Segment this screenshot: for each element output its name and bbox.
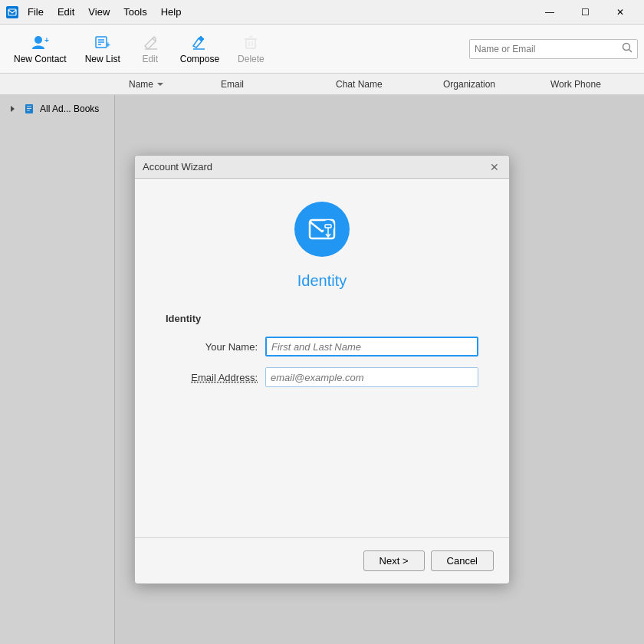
your-name-row: Your Name: (166, 337, 478, 356)
svg-rect-0 (8, 9, 16, 15)
col-header-organization[interactable]: Organization (437, 79, 544, 90)
delete-button[interactable]: Delete (230, 30, 272, 67)
col-header-email[interactable]: Email (215, 79, 330, 90)
email-address-label: Email Address: (166, 372, 258, 383)
compose-button[interactable]: Compose (172, 30, 227, 67)
svg-text:+: + (106, 41, 110, 49)
toolbar-left: + New Contact + New List (6, 30, 272, 67)
delete-icon (242, 33, 260, 51)
search-box[interactable] (469, 39, 638, 59)
modal-overlay: Account Wizard ✕ Identity (0, 95, 644, 644)
svg-marker-17 (157, 83, 163, 86)
column-headers: Name Email Chat Name Organization Work P… (0, 74, 644, 95)
svg-text:+: + (44, 36, 49, 44)
menu-edit[interactable]: Edit (51, 3, 80, 21)
modal-footer: Next > Cancel (135, 537, 509, 583)
minimize-button[interactable]: — (532, 0, 567, 25)
close-window-button[interactable]: ✕ (603, 0, 638, 25)
main-area: All Ad... Books Account Wizard ✕ (0, 95, 644, 644)
modal-close-button[interactable]: ✕ (488, 160, 501, 174)
menu-file[interactable]: File (21, 3, 50, 21)
toolbar: + New Contact + New List (0, 25, 644, 74)
new-list-icon: + (94, 33, 112, 51)
menu-view[interactable]: View (82, 3, 116, 21)
identity-icon-circle (294, 202, 350, 257)
menu-bar: File Edit View Tools Help (21, 3, 187, 21)
email-address-row: Email Address: (166, 367, 478, 387)
edit-button[interactable]: Edit (131, 30, 169, 67)
title-bar-left: File Edit View Tools Help (6, 3, 187, 21)
col-header-work-phone[interactable]: Work Phone (544, 79, 636, 90)
search-button[interactable] (622, 42, 632, 55)
edit-icon (141, 33, 159, 51)
account-wizard-modal: Account Wizard ✕ Identity (134, 155, 510, 584)
modal-title: Account Wizard (143, 161, 212, 172)
menu-tools[interactable]: Tools (117, 3, 153, 21)
modal-body: Identity Identity Your Name: Email Addre… (135, 179, 509, 537)
mail-icon (307, 214, 337, 245)
your-name-input[interactable] (265, 337, 478, 356)
search-input[interactable] (475, 44, 622, 54)
identity-form: Identity Your Name: Email Address: (166, 313, 478, 398)
new-list-button[interactable]: + New List (77, 30, 128, 67)
window-controls: — ☐ ✕ (532, 0, 638, 25)
new-contact-icon: + (31, 33, 49, 51)
col-header-chat[interactable]: Chat Name (330, 79, 437, 90)
app-icon (6, 6, 18, 18)
next-button[interactable]: Next > (363, 550, 425, 571)
email-address-input[interactable] (265, 367, 478, 387)
svg-point-15 (623, 44, 630, 51)
svg-rect-10 (246, 39, 255, 48)
compose-icon (190, 33, 209, 51)
modal-titlebar: Account Wizard ✕ (135, 156, 509, 179)
title-bar: File Edit View Tools Help — ☐ ✕ (0, 0, 644, 25)
modal-section-heading: Identity (297, 272, 347, 290)
svg-line-16 (629, 50, 632, 53)
form-section-label: Identity (166, 313, 478, 324)
cancel-button[interactable]: Cancel (431, 550, 494, 571)
your-name-label: Your Name: (166, 341, 258, 353)
maximize-button[interactable]: ☐ (567, 0, 603, 25)
svg-point-1 (34, 36, 42, 44)
col-header-name[interactable]: Name (123, 79, 215, 90)
menu-help[interactable]: Help (155, 3, 188, 21)
new-contact-button[interactable]: + New Contact (6, 30, 74, 67)
